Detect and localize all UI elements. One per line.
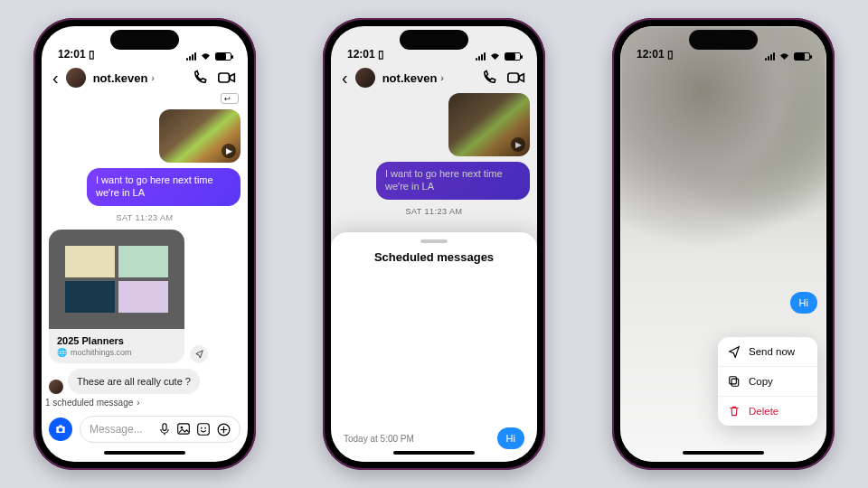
chat-username[interactable]: not.keven	[93, 71, 148, 85]
gallery-icon[interactable]	[177, 423, 190, 436]
avatar[interactable]	[355, 68, 375, 88]
scheduled-time: Today at 5:00 PM	[344, 434, 414, 444]
mic-icon[interactable]	[159, 423, 170, 436]
notch	[689, 30, 758, 50]
composer: Message...	[49, 411, 241, 447]
svg-rect-9	[508, 73, 519, 82]
svg-rect-5	[198, 423, 210, 435]
video-call-button[interactable]	[506, 68, 526, 88]
link-preview-image	[49, 230, 184, 329]
message-placeholder: Message...	[90, 423, 143, 436]
outgoing-message: I want to go here next time we're in LA	[376, 162, 530, 200]
globe-icon: 🌐	[57, 348, 67, 357]
play-icon: ▶	[511, 137, 525, 152]
share-button[interactable]	[190, 345, 208, 363]
scheduled-banner[interactable]: 1 scheduled message ›	[42, 394, 248, 408]
link-source: mochithings.com	[71, 348, 132, 357]
chat-header: ‹ not.keven ›	[42, 62, 248, 93]
message-list[interactable]: ↩ ▶ I want to go here next time we're in…	[42, 93, 248, 394]
notch	[110, 30, 179, 50]
menu-copy[interactable]: Copy	[718, 366, 817, 396]
chat-username[interactable]: not.keven	[382, 71, 438, 85]
chevron-right-icon: ›	[151, 72, 155, 83]
cellular-icon	[476, 52, 486, 61]
status-time: 12:01	[58, 48, 86, 61]
svg-rect-11	[730, 377, 737, 384]
incoming-message[interactable]: These are all really cute ?	[68, 369, 200, 394]
phone-context-menu: 12:01 ▯ Hi Send now Copy Delete	[612, 18, 835, 470]
phone-scheduled-sheet: 12:01 ▯ ‹ not.keven › ▶ I want to go her…	[323, 18, 545, 470]
cellular-icon	[765, 52, 775, 61]
reply-chip: ↩	[221, 93, 239, 104]
scheduled-banner-text: 1 scheduled message	[45, 398, 133, 408]
back-button[interactable]: ‹	[342, 68, 348, 89]
notch	[400, 30, 468, 50]
phone-chat: 12:01 ▯ ‹ not.keven › ↩ ▶	[33, 18, 256, 470]
battery-icon	[505, 52, 521, 61]
svg-point-7	[204, 427, 206, 428]
menu-send-now[interactable]: Send now	[718, 337, 817, 366]
menu-delete-label: Delete	[749, 406, 778, 417]
status-glyph: ▯	[89, 48, 95, 61]
svg-point-1	[59, 427, 63, 432]
status-time: 12:01	[637, 48, 665, 61]
wifi-icon	[200, 52, 212, 61]
svg-rect-0	[219, 73, 230, 82]
sender-avatar	[49, 380, 63, 394]
send-icon	[728, 345, 741, 358]
home-indicator	[42, 449, 248, 462]
day-timestamp: SAT 11:23 AM	[338, 207, 530, 216]
sheet-title: Scheduled messages	[342, 250, 526, 264]
sticker-icon[interactable]	[197, 423, 210, 436]
shared-video-thumbnail: ▶	[448, 93, 530, 156]
context-menu: Send now Copy Delete	[718, 337, 817, 426]
svg-point-4	[181, 426, 184, 428]
outgoing-message[interactable]: I want to go here next time we're in LA	[87, 168, 241, 206]
home-indicator	[620, 449, 826, 462]
trash-icon	[728, 405, 741, 418]
svg-rect-2	[163, 423, 166, 430]
status-time: 12:01	[347, 48, 375, 61]
chevron-right-icon: ›	[440, 72, 444, 83]
menu-copy-label: Copy	[749, 376, 773, 387]
wifi-icon	[778, 52, 790, 61]
menu-delete[interactable]: Delete	[718, 396, 817, 426]
avatar[interactable]	[66, 68, 86, 88]
home-indicator	[331, 449, 537, 462]
day-timestamp: SAT 11:23 AM	[49, 213, 241, 222]
shared-video-thumbnail[interactable]: ▶	[159, 109, 241, 163]
camera-button[interactable]	[49, 418, 72, 441]
scheduled-bubble[interactable]: Hi	[497, 427, 524, 449]
play-icon: ▶	[222, 144, 236, 158]
chat-header: ‹ not.keven ›	[331, 62, 537, 93]
menu-send-now-label: Send now	[749, 346, 795, 357]
focused-scheduled-bubble[interactable]: Hi	[790, 292, 817, 314]
status-glyph: ▯	[667, 48, 674, 61]
back-button[interactable]: ‹	[52, 68, 59, 89]
sheet-grabber[interactable]	[420, 239, 448, 243]
add-icon[interactable]	[217, 423, 231, 436]
status-glyph: ▯	[378, 48, 384, 61]
link-title: 2025 Planners	[57, 335, 176, 346]
cellular-icon	[186, 52, 196, 61]
battery-icon	[215, 52, 231, 61]
chevron-right-icon: ›	[137, 398, 139, 408]
scheduled-messages-sheet[interactable]: Scheduled messages Today at 5:00 PM Hi	[331, 232, 537, 462]
audio-call-button[interactable]	[479, 68, 499, 88]
video-call-button[interactable]	[217, 68, 237, 88]
message-input[interactable]: Message...	[80, 416, 241, 443]
audio-call-button[interactable]	[190, 68, 210, 88]
wifi-icon	[489, 52, 501, 61]
svg-rect-10	[731, 379, 739, 386]
svg-point-6	[201, 427, 203, 428]
battery-icon	[794, 52, 810, 61]
copy-icon	[728, 375, 741, 388]
link-preview-card[interactable]: 2025 Planners 🌐mochithings.com	[49, 230, 184, 363]
